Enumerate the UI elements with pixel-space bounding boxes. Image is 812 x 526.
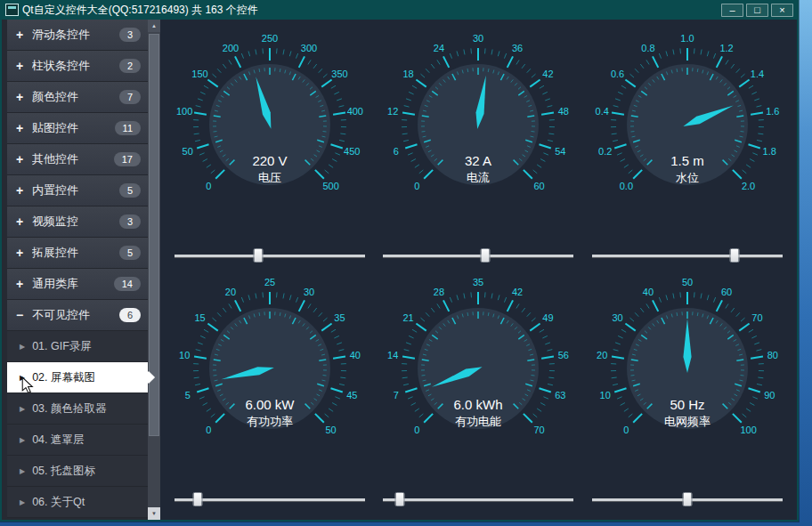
gauge-tick [499, 295, 500, 300]
sidebar-item-4[interactable]: ▶04. 遮罩层 [7, 425, 148, 456]
gauge-tick [197, 388, 208, 392]
maximize-button[interactable]: □ [746, 4, 768, 17]
gauge-tick [214, 132, 217, 133]
sidebar-item-1[interactable]: ▶01. GIF录屏 [7, 331, 148, 362]
gauge-tick [194, 113, 207, 115]
gauge-tick [694, 292, 694, 297]
slider-track[interactable] [383, 255, 573, 258]
sidebar-group-label: 柱状条控件 [32, 58, 119, 74]
slider-handle[interactable] [394, 492, 404, 506]
gauge-tick [425, 414, 434, 423]
gauge-tick [194, 377, 199, 378]
gauge-slider-3[interactable] [592, 247, 783, 263]
gauge-tick [532, 74, 536, 77]
gauge-tick [313, 308, 317, 312]
count-badge: 11 [115, 121, 141, 135]
gauge-tick [402, 134, 408, 134]
gauge-title: 有功电能 [455, 415, 501, 428]
gauge-tick [540, 388, 551, 392]
slider-track[interactable] [175, 255, 365, 258]
gauge-slider-2[interactable] [383, 247, 573, 263]
gauge-tick [659, 53, 661, 59]
gauge-tick [505, 53, 507, 59]
sidebar-group-2[interactable]: +柱状条控件2 [7, 51, 148, 82]
gauge-tick [407, 343, 412, 344]
sidebar-group-9[interactable]: +通用类库14 [7, 269, 148, 300]
slider-handle[interactable] [192, 492, 202, 506]
gauge-tick [615, 343, 621, 344]
sidebar-group-8[interactable]: +拓展控件5 [7, 238, 148, 269]
sidebar-group-label: 贴图控件 [32, 120, 115, 136]
gauge-scale-label: 42 [543, 69, 554, 79]
gauge-slider-1[interactable] [175, 247, 365, 263]
gauge-tick [248, 51, 250, 56]
gauge-tick [410, 92, 414, 94]
sidebar-group-label: 内置控件 [32, 182, 119, 198]
gauge-tick [299, 300, 304, 311]
slider-handle[interactable] [682, 492, 692, 506]
sidebar-item-6[interactable]: ▶06. 关于Qt [7, 487, 148, 518]
sidebar-scrollbar[interactable]: ▲ ▼ [148, 20, 160, 520]
gauge-tick [204, 329, 208, 332]
gauge-tick [625, 323, 635, 330]
scroll-down-icon[interactable]: ▼ [148, 507, 160, 520]
sidebar-group-3[interactable]: +颜色控件7 [7, 82, 148, 113]
gauge-scale-label: 36 [512, 43, 523, 53]
gauge-scale-label: 1.0 [680, 33, 694, 44]
gauge-slider-6[interactable] [592, 491, 783, 507]
gauge-tick [680, 48, 681, 53]
scroll-up-icon[interactable]: ▲ [148, 20, 160, 32]
gauge-tick [204, 85, 208, 88]
gauge-tick [617, 397, 622, 399]
gauge-slider-4[interactable] [175, 491, 365, 507]
sidebar-group-6[interactable]: +内置控件5 [7, 175, 148, 206]
sidebar-group-5[interactable]: +其他控件17 [7, 144, 148, 175]
sidebar-item-5[interactable]: ▶05. 托盘图标 [7, 456, 148, 487]
gauge-tick [666, 51, 668, 56]
gauge-scale-label: 0 [415, 181, 420, 191]
slider-handle[interactable] [730, 248, 740, 263]
gauge-slider-5[interactable] [383, 491, 573, 507]
sidebar-group-7[interactable]: +视频监控3 [7, 206, 148, 238]
gauge-scale-label: 250 [262, 33, 278, 44]
window-controls: – □ × [721, 4, 793, 17]
gauge-tick [629, 318, 634, 321]
gauge-tick [432, 64, 435, 69]
gauge-tick [620, 159, 624, 162]
gauge-tick [653, 300, 658, 311]
sidebar-group-10[interactable]: −不可见控件6 [7, 300, 148, 331]
slider-handle[interactable] [254, 248, 264, 263]
gauge-tick [333, 357, 345, 359]
mouse-cursor [21, 376, 34, 394]
gauge-tick [199, 397, 205, 399]
sidebar-item-3[interactable]: ▶03. 颜色拾取器 [7, 393, 148, 425]
minimize-button[interactable]: – [721, 4, 743, 17]
gauge-scale-label: 48 [558, 106, 569, 117]
close-button[interactable]: × [771, 4, 793, 17]
sidebar-group-1[interactable]: +滑动条控件3 [7, 20, 148, 51]
titlebar[interactable]: Qt自定义控件大全(QQ:517216493) 共 163 个控件 – □ × [0, 0, 799, 20]
gauge-tick [549, 377, 555, 378]
slider-track[interactable] [175, 498, 365, 502]
slider-handle[interactable] [480, 248, 490, 263]
triangle-icon: ▶ [20, 405, 25, 413]
gauge-tick [618, 92, 622, 94]
gauge-scale-label: 45 [346, 390, 357, 401]
gauge-tick [748, 144, 759, 148]
gauge-tick [229, 303, 231, 308]
gauge-tick [331, 85, 336, 88]
count-badge: 6 [119, 308, 141, 322]
gauge-tick [296, 53, 298, 59]
sidebar-group-4[interactable]: +贴图控件11 [7, 113, 148, 144]
slider-track[interactable] [592, 255, 783, 258]
gauge-tick [404, 106, 410, 107]
gauge-value: 32 A [465, 153, 491, 168]
gauge-cell-4: 051015202530354045506.00 kW有功功率 [167, 267, 372, 511]
gauge-tick [541, 159, 546, 162]
gauge-tick [612, 113, 624, 115]
gauge-tick [751, 92, 756, 94]
gauge-tick [196, 350, 201, 351]
gauge-tick [457, 51, 459, 56]
gauge-tick [621, 85, 626, 88]
slider-track[interactable] [383, 498, 573, 502]
